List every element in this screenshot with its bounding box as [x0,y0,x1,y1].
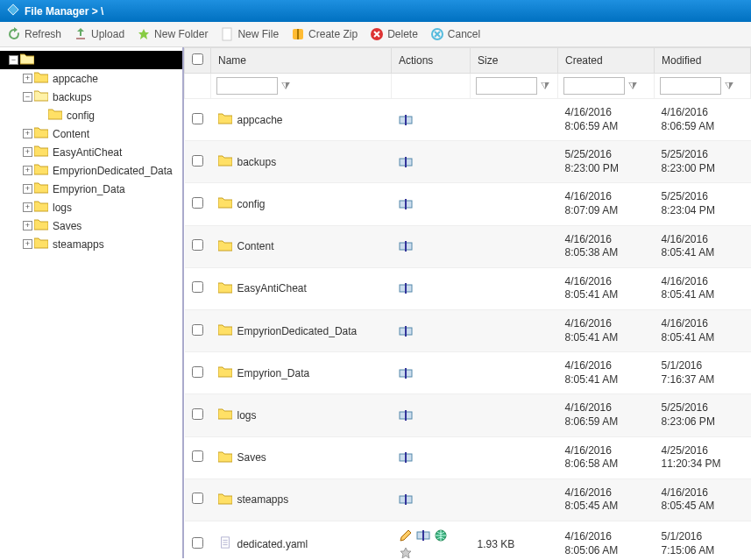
delete-button[interactable]: Delete [370,27,418,41]
rename-icon[interactable] [416,528,430,542]
expander-icon[interactable] [23,221,32,230]
rename-icon[interactable] [399,281,413,295]
file-size [471,352,558,394]
table-row[interactable]: appcache4/16/20168:06:59 AM4/16/20168:06… [185,99,751,141]
folder-icon [218,365,232,380]
file-name: dedicated.yaml [237,538,308,550]
expander-icon[interactable] [9,55,18,65]
rename-icon[interactable] [399,493,413,507]
filter-created-input[interactable] [563,77,625,95]
row-actions [399,450,464,464]
folder-icon [218,239,232,254]
row-checkbox[interactable] [192,324,203,336]
modified-date: 4/16/20168:05:41 AM [655,309,751,351]
expander-icon[interactable] [23,166,32,175]
folder-icon [20,53,34,67]
cancel-button[interactable]: Cancel [430,27,480,41]
row-checkbox[interactable] [192,239,203,251]
row-checkbox[interactable] [192,408,203,420]
expander-icon[interactable] [23,202,32,212]
filter-icon[interactable]: ⧩ [541,80,549,92]
table-row[interactable]: steamapps4/16/20168:05:45 AM4/16/20168:0… [185,478,751,521]
tree-label: steamapps [53,238,104,251]
rename-icon[interactable] [399,113,413,127]
expander-icon[interactable] [23,147,32,157]
expander-icon[interactable] [23,129,32,138]
tree-item[interactable]: backups [0,88,182,106]
table-row[interactable]: Empyrion_Data4/16/20168:05:41 AM5/1/2016… [185,352,751,394]
tree-item[interactable]: logs [0,198,182,216]
rename-icon[interactable] [399,366,413,380]
rename-icon[interactable] [399,450,413,464]
filter-name-input[interactable] [216,77,278,95]
tree-item[interactable]: config [0,106,182,124]
tree-item[interactable] [0,51,182,69]
table-row[interactable]: Content4/16/20168:05:38 AM4/16/20168:05:… [185,225,751,267]
table-row[interactable]: Saves4/16/20168:06:58 AM4/25/201611:20:3… [185,436,751,478]
new-folder-button[interactable]: New Folder [137,27,208,41]
row-checkbox[interactable] [192,113,203,124]
expander-icon[interactable] [23,184,32,194]
select-all-checkbox[interactable] [192,53,203,65]
col-name[interactable]: Name [211,48,392,74]
created-date: 4/16/20168:05:38 AM [558,225,655,267]
new-file-button[interactable]: New File [220,27,279,41]
filter-row: ⧩ ⧩ ⧩ ⧩ [185,74,751,99]
rename-icon[interactable] [399,239,413,253]
tree-item[interactable]: Content [0,124,182,143]
row-checkbox[interactable] [192,493,203,504]
table-row[interactable]: backups5/25/20168:23:00 PM5/25/20168:23:… [185,141,751,183]
tree-item[interactable]: EmpyrionDedicated_Data [0,161,182,180]
file-icon [218,536,232,551]
header-row: Name Actions Size Created Modified [185,48,751,74]
tree-item[interactable]: appcache [0,69,182,88]
table-row[interactable]: config4/16/20168:07:09 AM5/25/20168:23:0… [185,183,751,225]
col-actions[interactable]: Actions [392,48,471,74]
refresh-button[interactable]: Refresh [7,27,61,41]
row-checkbox[interactable] [192,450,203,462]
upload-button[interactable]: Upload [74,27,124,41]
col-size[interactable]: Size [471,48,558,74]
row-checkbox[interactable] [192,537,203,549]
created-date: 5/25/20168:23:00 PM [558,141,655,183]
table-row[interactable]: EmpyrionDedicated_Data4/16/20168:05:41 A… [185,309,751,351]
globe-icon[interactable] [434,528,448,542]
filter-icon[interactable]: ⧩ [628,80,637,92]
folder-icon [34,145,48,159]
filter-size-input[interactable] [476,77,537,95]
row-checkbox[interactable] [192,197,203,209]
app-icon [7,4,19,18]
col-modified[interactable]: Modified [655,48,751,74]
filter-icon[interactable]: ⧩ [725,80,733,92]
table-row[interactable]: EasyAntiCheat4/16/20168:05:41 AM4/16/201… [185,267,751,309]
table-row[interactable]: dedicated.yaml1.93 KB4/16/20168:05:06 AM… [185,521,751,558]
row-checkbox[interactable] [192,366,203,378]
row-checkbox[interactable] [192,155,203,167]
create-zip-button[interactable]: Create Zip [291,27,358,41]
table-row[interactable]: logs4/16/20168:06:59 AM5/25/20168:23:06 … [185,394,751,436]
filter-icon[interactable]: ⧩ [281,80,290,92]
edit-icon[interactable] [399,528,413,542]
tree-item[interactable]: Saves [0,216,182,235]
col-created[interactable]: Created [558,48,655,74]
expander-icon[interactable] [23,239,32,249]
rename-icon[interactable] [399,155,413,169]
star-icon[interactable] [399,546,413,558]
expander-icon[interactable] [23,74,32,83]
rename-icon[interactable] [399,324,413,338]
tree-item[interactable]: Empyrion_Data [0,180,182,198]
tree-item[interactable]: EasyAntiCheat [0,143,182,161]
row-actions [399,113,464,127]
row-checkbox[interactable] [192,281,203,293]
tree-label: Content [53,128,89,140]
tree-item[interactable]: steamapps [0,235,182,253]
expander-icon[interactable] [23,92,32,102]
folder-tree: appcachebackupsconfigContentEasyAntiChea… [0,47,184,558]
rename-icon[interactable] [399,408,413,422]
modified-date: 5/1/20167:16:37 AM [655,352,751,394]
file-name: config [237,198,266,210]
expander-icon[interactable] [37,110,46,120]
created-date: 4/16/20168:05:41 AM [558,352,655,394]
filter-modified-input[interactable] [660,77,721,95]
rename-icon[interactable] [399,197,413,211]
